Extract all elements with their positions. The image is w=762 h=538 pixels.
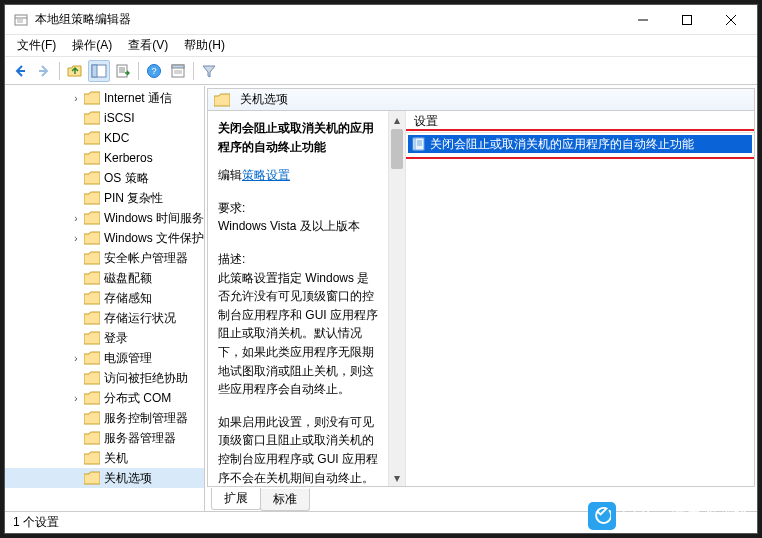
tree-node[interactable]: ›分布式 COM xyxy=(5,388,205,408)
folder-icon xyxy=(84,431,100,445)
description-scrollbar[interactable]: ▴ ▾ xyxy=(388,111,405,486)
tree-node-label: 存储感知 xyxy=(104,290,152,307)
back-button[interactable] xyxy=(9,60,31,82)
policy-description: 关闭会阻止或取消关机的应用程序的自动终止功能 编辑策略设置 要求: Window… xyxy=(208,111,388,486)
tree-node[interactable]: 服务控制管理器 xyxy=(5,408,205,428)
scroll-up-icon[interactable]: ▴ xyxy=(389,111,405,128)
tree-node-label: iSCSI xyxy=(104,111,135,125)
svg-rect-10 xyxy=(117,65,127,77)
svg-rect-5 xyxy=(683,15,692,24)
details-header-title: 关机选项 xyxy=(240,91,288,108)
folder-icon xyxy=(214,93,230,107)
maximize-button[interactable] xyxy=(665,5,709,35)
tree-node[interactable]: 关机 xyxy=(5,448,205,468)
description-p2: 如果启用此设置，则没有可见顶级窗口且阻止或取消关机的控制台应用程序或 GUI 应… xyxy=(218,413,380,486)
properties-button[interactable] xyxy=(167,60,189,82)
forward-button[interactable] xyxy=(33,60,55,82)
svg-rect-14 xyxy=(172,65,184,68)
tree-node[interactable]: PIN 复杂性 xyxy=(5,188,205,208)
expander-icon[interactable]: › xyxy=(69,231,83,245)
tree-node[interactable]: ›Windows 文件保护 xyxy=(5,228,205,248)
tree-node-label: 关机 xyxy=(104,450,128,467)
folder-icon xyxy=(84,171,100,185)
tree-node-label: OS 策略 xyxy=(104,170,149,187)
expander-icon[interactable]: › xyxy=(69,211,83,225)
folder-icon xyxy=(84,91,100,105)
help-button[interactable]: ? xyxy=(143,60,165,82)
edit-label: 编辑 xyxy=(218,168,242,182)
tree-node[interactable]: Kerberos xyxy=(5,148,205,168)
menu-file[interactable]: 文件(F) xyxy=(9,35,64,56)
tree-node[interactable]: 关机选项 xyxy=(5,468,205,488)
tree-node-label: 关机选项 xyxy=(104,470,152,487)
tree-node-label: 分布式 COM xyxy=(104,390,171,407)
policy-title: 关闭会阻止或取消关机的应用程序的自动终止功能 xyxy=(218,121,374,154)
tab-standard[interactable]: 标准 xyxy=(260,489,310,511)
folder-icon xyxy=(84,191,100,205)
column-header-setting[interactable]: 设置 xyxy=(406,111,754,133)
close-button[interactable] xyxy=(709,5,753,35)
expander-icon[interactable]: › xyxy=(69,351,83,365)
tree-node[interactable]: iSCSI xyxy=(5,108,205,128)
tree-node[interactable]: 访问被拒绝协助 xyxy=(5,368,205,388)
tree-node[interactable]: 磁盘配额 xyxy=(5,268,205,288)
toolbar: ? xyxy=(5,57,757,85)
list-item[interactable]: 关闭会阻止或取消关机的应用程序的自动终止功能 xyxy=(408,135,752,153)
folder-icon xyxy=(84,331,100,345)
tree-node[interactable]: 服务器管理器 xyxy=(5,428,205,448)
minimize-button[interactable] xyxy=(621,5,665,35)
settings-list: 设置 关闭会阻止或取消关机的应用程序的自动终止功能 xyxy=(405,111,754,486)
tree-node[interactable]: 安全帐户管理器 xyxy=(5,248,205,268)
export-list-button[interactable] xyxy=(112,60,134,82)
toolbar-separator xyxy=(138,62,139,80)
tree-node-label: PIN 复杂性 xyxy=(104,190,163,207)
tree-node-label: 服务器管理器 xyxy=(104,430,176,447)
app-icon xyxy=(13,12,29,28)
menu-action[interactable]: 操作(A) xyxy=(64,35,120,56)
menu-view[interactable]: 查看(V) xyxy=(120,35,176,56)
toolbar-separator xyxy=(193,62,194,80)
tree-node[interactable]: 登录 xyxy=(5,328,205,348)
folder-icon xyxy=(84,471,100,485)
edit-policy-link[interactable]: 策略设置 xyxy=(242,168,290,182)
folder-icon xyxy=(84,351,100,365)
settings-list-body[interactable]: 关闭会阻止或取消关机的应用程序的自动终止功能 xyxy=(406,133,754,486)
view-tabs: 扩展 标准 xyxy=(205,489,757,511)
tree-node[interactable]: 存储运行状况 xyxy=(5,308,205,328)
folder-icon xyxy=(84,211,100,225)
folder-icon xyxy=(84,131,100,145)
show-tree-button[interactable] xyxy=(88,60,110,82)
filter-button[interactable] xyxy=(198,60,220,82)
tree-node[interactable]: ›电源管理 xyxy=(5,348,205,368)
statusbar: 1 个设置 xyxy=(5,511,757,533)
status-text: 1 个设置 xyxy=(13,514,59,531)
svg-rect-9 xyxy=(92,65,97,77)
folder-icon xyxy=(84,151,100,165)
tree-node[interactable]: OS 策略 xyxy=(5,168,205,188)
list-item-label: 关闭会阻止或取消关机的应用程序的自动终止功能 xyxy=(430,136,694,153)
scroll-down-icon[interactable]: ▾ xyxy=(389,469,405,486)
details-header: 关机选项 xyxy=(208,89,754,111)
folder-icon xyxy=(84,411,100,425)
up-folder-button[interactable] xyxy=(64,60,86,82)
tree-node-label: Kerberos xyxy=(104,151,153,165)
tree-node[interactable]: KDC xyxy=(5,128,205,148)
tree-node[interactable]: 存储感知 xyxy=(5,288,205,308)
folder-icon xyxy=(84,371,100,385)
tree-node-label: 登录 xyxy=(104,330,128,347)
folder-icon xyxy=(84,271,100,285)
scroll-thumb[interactable] xyxy=(391,129,403,169)
tree-node[interactable]: ›Internet 通信 xyxy=(5,88,205,108)
tree[interactable]: ›Internet 通信iSCSIKDCKerberosOS 策略PIN 复杂性… xyxy=(5,86,205,511)
expander-icon[interactable]: › xyxy=(69,391,83,405)
expander-icon[interactable]: › xyxy=(69,91,83,105)
tree-node-label: Windows 时间服务 xyxy=(104,210,204,227)
requirements-value: Windows Vista 及以上版本 xyxy=(218,217,380,236)
tree-node[interactable]: ›Windows 时间服务 xyxy=(5,208,205,228)
app-window: 本地组策略编辑器 文件(F) 操作(A) 查看(V) 帮助(H) xyxy=(4,4,758,534)
folder-icon xyxy=(84,291,100,305)
tree-node-label: 访问被拒绝协助 xyxy=(104,370,188,387)
folder-icon xyxy=(84,231,100,245)
menu-help[interactable]: 帮助(H) xyxy=(176,35,233,56)
tab-extended[interactable]: 扩展 xyxy=(211,488,261,510)
